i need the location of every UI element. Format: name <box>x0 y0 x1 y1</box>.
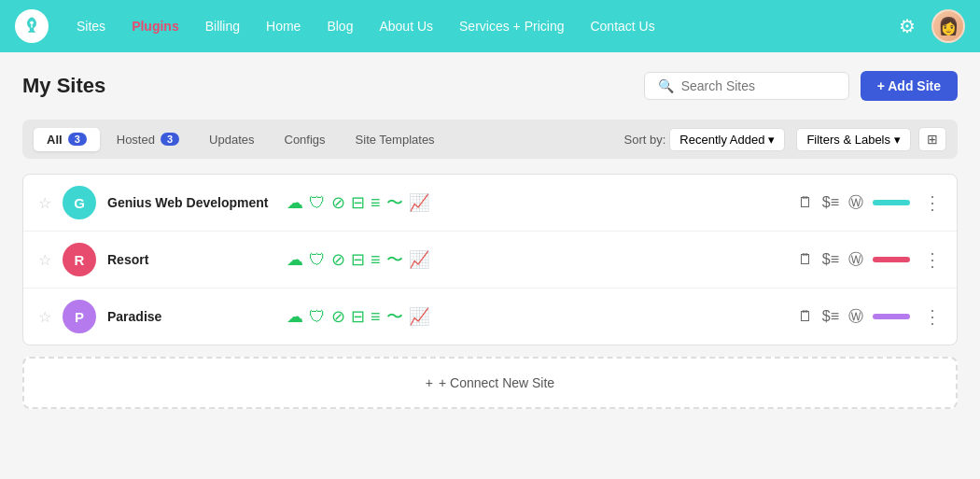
nav-item-blog[interactable]: Blog <box>314 13 366 39</box>
page-title: My Sites <box>22 74 105 98</box>
logo[interactable] <box>15 9 49 43</box>
table-row: ☆ P Paradise ☁ 🛡 ⊘ ⊟ ≡ 〜 📈 🗒 $≡ Ⓦ ⋮ <box>23 289 957 345</box>
nav-item-services[interactable]: Services + Pricing <box>446 13 577 39</box>
plus-icon: + <box>426 375 433 390</box>
site-status-icons: ☁ 🛡 ⊘ ⊟ ≡ 〜 📈 <box>287 305 787 328</box>
star-icon[interactable]: ☆ <box>38 308 51 326</box>
stack-icon[interactable]: ⊟ <box>351 249 365 270</box>
avatar: G <box>63 186 96 219</box>
label-color-bar[interactable] <box>873 257 910 262</box>
chart-icon[interactable]: 📈 <box>409 249 429 270</box>
search-box[interactable]: 🔍 <box>644 72 849 100</box>
hosted-count-badge: 3 <box>161 133 179 146</box>
grid-view-button[interactable]: ⊞ <box>918 127 946 151</box>
navbar: Sites Plugins Billing Home Blog About Us… <box>0 0 980 52</box>
connect-new-site-button[interactable]: + + Connect New Site <box>22 357 958 409</box>
nav-links: Sites Plugins Billing Home Blog About Us… <box>63 13 889 39</box>
site-name[interactable]: Paradise <box>107 309 275 324</box>
settings-icon[interactable]: ⚙ <box>892 11 922 41</box>
shield-icon[interactable]: 🛡 <box>309 193 326 213</box>
site-actions: 🗒 $≡ Ⓦ ⋮ <box>798 305 942 328</box>
file-icon[interactable]: 🗒 <box>798 251 813 268</box>
wordpress-icon[interactable]: Ⓦ <box>848 193 863 213</box>
all-count-badge: 3 <box>68 133 87 146</box>
filter-tab-configs[interactable]: Configs <box>272 128 339 151</box>
file-icon[interactable]: 🗒 <box>798 194 813 211</box>
add-site-button[interactable]: + Add Site <box>861 71 958 101</box>
grid-icon: ⊞ <box>927 132 938 147</box>
sort-dropdown[interactable]: Recently Added ▾ <box>669 128 785 151</box>
more-options-icon[interactable]: ⋮ <box>923 248 942 271</box>
filter-tab-updates[interactable]: Updates <box>196 128 267 151</box>
label-color-bar[interactable] <box>873 314 910 319</box>
activity-icon[interactable]: 〜 <box>386 248 403 271</box>
bolt-icon[interactable]: ⊘ <box>331 306 345 327</box>
svg-point-0 <box>30 21 34 25</box>
bolt-icon[interactable]: ⊘ <box>331 249 345 270</box>
nav-item-home[interactable]: Home <box>253 13 314 39</box>
chart-icon[interactable]: 📈 <box>409 306 429 327</box>
label-color-bar[interactable] <box>873 200 910 205</box>
cloud-icon[interactable]: ☁ <box>287 192 303 213</box>
more-options-icon[interactable]: ⋮ <box>923 305 942 328</box>
nav-item-sites[interactable]: Sites <box>63 13 119 39</box>
shield-icon[interactable]: 🛡 <box>309 250 326 270</box>
avatar: P <box>63 300 96 333</box>
site-status-icons: ☁ 🛡 ⊘ ⊟ ≡ 〜 📈 <box>287 191 787 214</box>
star-icon[interactable]: ☆ <box>38 194 51 212</box>
shield-icon[interactable]: 🛡 <box>309 307 326 327</box>
lines-icon[interactable]: ≡ <box>371 250 381 270</box>
stack-icon[interactable]: ⊟ <box>351 306 365 327</box>
nav-right: ⚙ 👩 <box>892 9 965 43</box>
billing-icon[interactable]: $≡ <box>822 194 839 211</box>
cloud-icon[interactable]: ☁ <box>287 249 303 270</box>
billing-icon[interactable]: $≡ <box>822 251 839 268</box>
nav-item-billing[interactable]: Billing <box>192 13 253 39</box>
filter-tab-all[interactable]: All 3 <box>34 128 100 151</box>
wordpress-icon[interactable]: Ⓦ <box>848 250 863 270</box>
avatar: R <box>63 243 96 276</box>
lines-icon[interactable]: ≡ <box>371 307 381 327</box>
table-row: ☆ R Resort ☁ 🛡 ⊘ ⊟ ≡ 〜 📈 🗒 $≡ Ⓦ ⋮ <box>23 232 957 289</box>
wordpress-icon[interactable]: Ⓦ <box>848 307 863 327</box>
site-name[interactable]: Genius Web Development <box>107 195 275 210</box>
billing-icon[interactable]: $≡ <box>822 308 839 325</box>
bolt-icon[interactable]: ⊘ <box>331 192 345 213</box>
sort-label: Sort by: <box>624 133 666 147</box>
nav-item-about[interactable]: About Us <box>366 13 446 39</box>
filter-tab-hosted[interactable]: Hosted 3 <box>104 128 192 151</box>
activity-icon[interactable]: 〜 <box>386 191 403 214</box>
site-actions: 🗒 $≡ Ⓦ ⋮ <box>798 191 942 214</box>
chevron-down-icon: ▾ <box>768 133 775 147</box>
nav-item-contact[interactable]: Contact Us <box>577 13 667 39</box>
chevron-down-icon: ▾ <box>894 133 901 147</box>
site-actions: 🗒 $≡ Ⓦ ⋮ <box>798 248 942 271</box>
star-icon[interactable]: ☆ <box>38 251 51 269</box>
file-icon[interactable]: 🗒 <box>798 308 813 325</box>
sites-list: ☆ G Genius Web Development ☁ 🛡 ⊘ ⊟ ≡ 〜 📈… <box>22 174 958 345</box>
filters-labels-button[interactable]: Filters & Labels ▾ <box>796 128 911 151</box>
search-icon: 🔍 <box>658 78 674 93</box>
stack-icon[interactable]: ⊟ <box>351 192 365 213</box>
site-status-icons: ☁ 🛡 ⊘ ⊟ ≡ 〜 📈 <box>287 248 787 271</box>
activity-icon[interactable]: 〜 <box>386 305 403 328</box>
nav-item-plugins[interactable]: Plugins <box>119 13 192 39</box>
filter-tab-templates[interactable]: Site Templates <box>343 128 448 151</box>
header-actions: 🔍 + Add Site <box>644 71 958 101</box>
filter-row: All 3 Hosted 3 Updates Configs Site Temp… <box>22 120 958 159</box>
more-options-icon[interactable]: ⋮ <box>923 191 942 214</box>
avatar[interactable]: 👩 <box>931 9 965 43</box>
header-row: My Sites 🔍 + Add Site <box>22 71 958 101</box>
main-content: My Sites 🔍 + Add Site All 3 Hosted 3 Upd… <box>0 52 980 479</box>
table-row: ☆ G Genius Web Development ☁ 🛡 ⊘ ⊟ ≡ 〜 📈… <box>23 175 957 232</box>
site-name[interactable]: Resort <box>107 252 275 267</box>
search-input[interactable] <box>681 78 835 93</box>
cloud-icon[interactable]: ☁ <box>287 306 303 327</box>
lines-icon[interactable]: ≡ <box>371 193 381 213</box>
chart-icon[interactable]: 📈 <box>409 192 429 213</box>
